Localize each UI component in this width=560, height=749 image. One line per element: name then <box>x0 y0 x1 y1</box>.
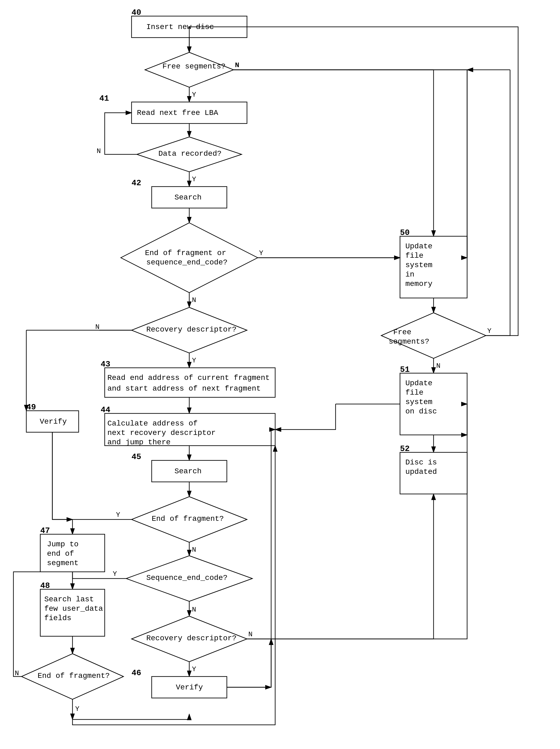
free-seg2-n-label: N <box>436 362 440 370</box>
calc-addr-label-2: next recovery descriptor <box>107 429 216 437</box>
end-fragment-1-diamond <box>121 223 258 293</box>
end-fragment-1-label-2: sequence_end_code? <box>146 258 228 266</box>
read-end-addr-label-1: Read end address of current fragment <box>107 374 270 382</box>
seq-end-n-label: N <box>192 606 196 614</box>
free-segments-2-label-1: Free <box>393 328 411 336</box>
diagram-container: Insert new disc 40 Free segments? Y 41 R… <box>0 0 560 749</box>
end-frag2-y-label: Y <box>116 511 120 519</box>
verify-46-label: Verify <box>176 683 203 691</box>
data-rec-y-label: Y <box>192 175 196 184</box>
free-segments-2-label-2: segments? <box>389 338 429 346</box>
disc-updated-label-1: Disc is <box>405 458 437 467</box>
update-memory-label-5: memory <box>405 280 432 288</box>
update-disc-label-2: file <box>405 388 423 397</box>
node-45-number: 45 <box>132 452 141 462</box>
update-disc-label-3: system <box>405 398 432 406</box>
recovery-desc-2-label: Recovery descriptor? <box>146 634 237 642</box>
free-segments-1-label: Free segments? <box>163 62 225 71</box>
seq-end-code-label: Sequence_end_code? <box>146 574 228 582</box>
end-fragment-2-label: End of fragment? <box>152 515 224 523</box>
data-recorded-label: Data recorded? <box>158 150 221 158</box>
node-41-number: 41 <box>99 94 109 103</box>
end-fragment-3-label: End of fragment? <box>38 672 110 680</box>
search-45-label: Search <box>174 467 201 475</box>
read-next-lba-label: Read next free LBA <box>137 109 218 117</box>
read-end-address-box <box>105 368 275 397</box>
end-frag2-n-label: N <box>192 546 196 554</box>
rec-desc1-n-label: N <box>95 323 100 331</box>
search-last-label-1: Search last <box>44 595 94 603</box>
rec-desc1-y-label: Y <box>192 357 196 365</box>
update-memory-label-2: file <box>405 252 423 260</box>
calc-addr-label-1: Calculate address of <box>107 419 198 428</box>
update-memory-label-3: system <box>405 261 432 269</box>
update-memory-label-1: Update <box>405 242 432 251</box>
seq-end-y-label: Y <box>113 570 117 578</box>
node-46-number: 46 <box>132 668 141 678</box>
rec-desc2-y-label: Y <box>192 665 196 673</box>
search-last-label-2: few user_data <box>44 604 103 613</box>
end-frag3-y-label: Y <box>75 705 80 713</box>
disc-updated-label-2: updated <box>405 468 437 476</box>
update-memory-label-4: in <box>405 270 414 279</box>
verify-49-label: Verify <box>40 418 67 426</box>
calc-addr-label-3: and jump there <box>107 438 170 446</box>
jump-to-end-label-3: segment <box>47 559 79 567</box>
end-frag1-n-label: N <box>192 296 196 304</box>
update-disc-label-4: on disc <box>405 407 437 415</box>
recovery-desc-1-label: Recovery descriptor? <box>146 325 237 334</box>
data-rec-n-label: N <box>96 147 101 155</box>
search-42-label: Search <box>174 193 201 201</box>
rec-desc2-n-label: N <box>248 630 253 638</box>
node-42-number: 42 <box>132 178 141 188</box>
free-seg1-y-label: Y <box>192 91 196 99</box>
free-seg2-y-label: Y <box>487 327 492 335</box>
read-end-addr-label-2: and start address of next fragment <box>107 384 261 393</box>
search-last-label-3: fields <box>44 614 71 622</box>
end-frag3-n-label: N <box>15 669 19 677</box>
jump-to-end-label-1: Jump to <box>47 540 79 549</box>
update-disc-label-1: Update <box>405 379 432 387</box>
end-frag1-y-label: Y <box>259 249 263 257</box>
end-fragment-1-label-1: End of fragment or <box>145 249 226 257</box>
node-40-number: 40 <box>132 8 141 17</box>
jump-to-end-label-2: end of <box>47 550 74 558</box>
free-seg1-n-label2: N <box>235 61 239 69</box>
